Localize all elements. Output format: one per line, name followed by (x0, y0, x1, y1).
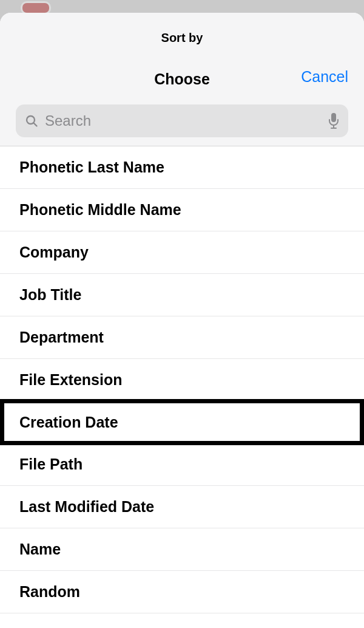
sort-option-label: Random (19, 583, 80, 600)
sort-options-list: Phonetic Last NamePhonetic Middle NameCo… (0, 146, 364, 628)
sort-option-label: File Extension (19, 371, 122, 388)
search-icon (24, 114, 39, 128)
sort-option[interactable]: Job Title (0, 274, 364, 316)
sort-option-label: File Path (19, 456, 83, 473)
sort-option[interactable]: Creation Date (0, 401, 364, 443)
sort-option[interactable]: Department (0, 316, 364, 359)
sort-option-label: Last Modified Date (19, 498, 154, 515)
sort-option-label: Phonetic Last Name (19, 159, 164, 176)
sort-option-label: Company (19, 244, 89, 261)
choose-label: Choose (154, 70, 210, 88)
sort-option[interactable]: File Extension (0, 359, 364, 401)
sort-option[interactable]: Phonetic Middle Name (0, 189, 364, 231)
search-input[interactable] (45, 112, 322, 129)
sort-option[interactable]: Name (0, 528, 364, 571)
sort-option-label: Phonetic Middle Name (19, 201, 181, 218)
microphone-icon[interactable] (328, 112, 340, 129)
search-bar[interactable] (16, 104, 348, 137)
sort-option[interactable]: File Path (0, 443, 364, 486)
sort-option-label: Job Title (19, 286, 81, 303)
sort-option[interactable]: Phonetic Last Name (0, 146, 364, 189)
sort-option[interactable]: Random (0, 571, 364, 613)
svg-line-1 (34, 123, 37, 126)
sort-option[interactable]: Last Modified Date (0, 486, 364, 528)
sort-by-sheet: Sort by Choose Cancel (0, 13, 364, 628)
sort-option-label: Name (19, 541, 61, 558)
sheet-title: Sort by (0, 31, 364, 45)
sort-option-label: Department (19, 329, 104, 346)
sort-option[interactable]: Company (0, 231, 364, 274)
sheet-header: Sort by Choose Cancel (0, 13, 364, 146)
cancel-button[interactable]: Cancel (301, 68, 348, 86)
sort-option-label: Creation Date (19, 414, 118, 431)
svg-rect-2 (331, 113, 336, 122)
header-row: Choose Cancel (0, 67, 364, 91)
search-container (0, 104, 364, 146)
